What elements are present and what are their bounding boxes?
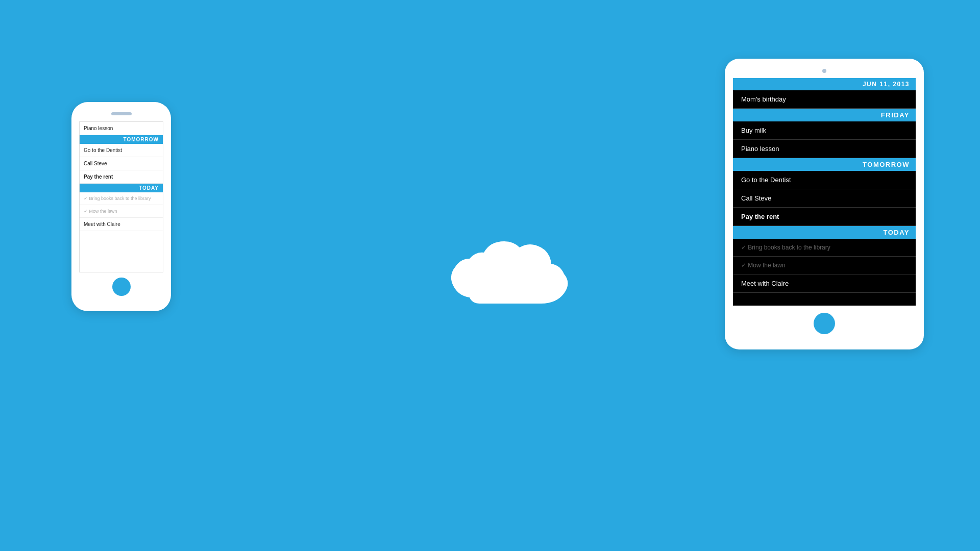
phone-home-button[interactable] <box>112 278 131 296</box>
phone-speaker <box>111 112 132 115</box>
tablet-screen: JUN 11, 2013 Mom's birthday FRIDAY Buy m… <box>733 78 916 306</box>
phone-section-today: TODAY <box>80 184 163 192</box>
phone-list-item-claire: Meet with Claire <box>80 218 163 231</box>
phone-list-item-dentist: Go to the Dentist <box>80 144 163 157</box>
cloud-icon <box>419 232 561 319</box>
tablet-camera <box>822 69 826 73</box>
tablet-item-dentist: Go to the Dentist <box>733 171 916 189</box>
cloud-svg <box>419 232 572 324</box>
tablet-item-lawn: Mow the lawn <box>733 257 916 274</box>
tablet-item-rent: Pay the rent <box>733 208 916 226</box>
tablet-item-milk: Buy milk <box>733 121 916 140</box>
tablet-item-callsteve: Call Steve <box>733 189 916 208</box>
tablet-section-friday: FRIDAY <box>733 109 916 121</box>
tablet-item-books: Bring books back to the library <box>733 239 916 257</box>
phone-section-tomorrow: TOMORROW <box>80 135 163 144</box>
tablet-item-moms-birthday: Mom's birthday <box>733 90 916 109</box>
tablet-section-tomorrow: TOMORROW <box>733 158 916 171</box>
phone-list-item-piano: Piano lesson <box>80 122 163 135</box>
tablet-device: JUN 11, 2013 Mom's birthday FRIDAY Buy m… <box>725 59 924 349</box>
tablet-item-claire: Meet with Claire <box>733 274 916 293</box>
tablet-home-button[interactable] <box>814 313 835 334</box>
tablet-section-today: TODAY <box>733 226 916 239</box>
phone-list-item-lawn: Mow the lawn <box>80 205 163 218</box>
phone-screen: Piano lesson TOMORROW Go to the Dentist … <box>79 121 163 272</box>
phone-list-item-rent: Pay the rent <box>80 170 163 184</box>
phone-list-item-books: Bring books back to the library <box>80 192 163 205</box>
cloud-container <box>419 232 561 319</box>
tablet-item-piano: Piano lesson <box>733 140 916 158</box>
phone-list-item-callsteve: Call Steve <box>80 157 163 170</box>
phone-device: Piano lesson TOMORROW Go to the Dentist … <box>71 102 171 311</box>
tablet-top-bar: JUN 11, 2013 <box>733 78 916 90</box>
